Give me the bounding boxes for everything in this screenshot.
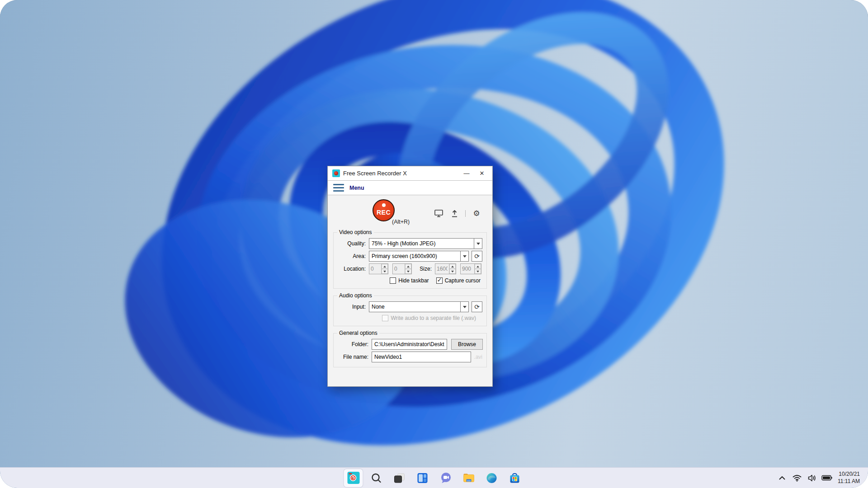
wav-label: Write audio to a separate file (.wav) xyxy=(391,315,476,321)
wav-checkbox-box xyxy=(382,315,388,321)
size-width-down-icon[interactable] xyxy=(449,269,456,274)
general-options-group: General options Folder: Browse File name… xyxy=(333,333,487,367)
volume-icon[interactable] xyxy=(806,469,818,487)
record-button[interactable]: REC xyxy=(373,199,395,221)
menu-button[interactable]: Menu xyxy=(349,185,364,191)
refresh-icon: ⟳ xyxy=(474,303,480,310)
area-label: Area: xyxy=(338,253,366,259)
hide-taskbar-checkbox-box xyxy=(390,277,396,284)
edge-icon xyxy=(486,472,498,484)
location-y-spinner[interactable] xyxy=(392,263,412,274)
location-size-row: Location: Size: xyxy=(338,263,482,274)
quality-dropdown-arrow-icon[interactable] xyxy=(474,239,482,249)
area-row: Area: Primary screen (1600x900) ⟳ xyxy=(338,251,482,262)
location-x-spinner[interactable] xyxy=(369,263,388,274)
audio-options-label: Audio options xyxy=(337,292,374,299)
audio-input-row: Input: None ⟳ xyxy=(338,301,482,312)
taskbar-task-view-button[interactable] xyxy=(390,469,409,487)
close-button[interactable]: ✕ xyxy=(474,167,490,179)
app-icon xyxy=(332,169,340,177)
audio-input-value: None xyxy=(369,304,460,310)
record-dot-icon xyxy=(382,203,386,207)
location-x-input[interactable] xyxy=(369,264,381,274)
browse-button[interactable]: Browse xyxy=(451,339,483,350)
filename-label: File name: xyxy=(338,354,368,360)
input-label: Input: xyxy=(338,304,366,310)
taskbar-chat-button[interactable] xyxy=(436,469,455,487)
clock[interactable]: 10/20/21 11:11 AM xyxy=(836,471,863,485)
file-explorer-icon xyxy=(462,472,475,484)
size-height-down-icon[interactable] xyxy=(475,269,481,274)
area-dropdown[interactable]: Primary screen (1600x900) xyxy=(369,251,469,262)
filename-input[interactable] xyxy=(372,352,471,362)
size-height-up-icon[interactable] xyxy=(475,264,481,269)
taskbar-widgets-button[interactable] xyxy=(413,469,432,487)
monitor-icon[interactable] xyxy=(434,209,443,218)
battery-icon[interactable] xyxy=(821,469,833,487)
close-icon: ✕ xyxy=(480,170,485,177)
chat-icon xyxy=(439,472,452,484)
folder-label: Folder: xyxy=(338,341,368,347)
video-options-group: Video options Quality: 75% - High (Motio… xyxy=(333,232,487,289)
size-height-spinner[interactable] xyxy=(460,263,481,274)
quality-value: 75% - High (Motion JPEG) xyxy=(369,240,474,247)
clock-time: 11:11 AM xyxy=(838,478,860,485)
hamburger-icon[interactable] xyxy=(333,184,344,192)
menu-bar: Menu xyxy=(328,180,492,195)
audio-input-dropdown-arrow-icon[interactable] xyxy=(460,302,468,312)
window-title: Free Screen Recorder X xyxy=(343,170,459,177)
taskbar-store-button[interactable] xyxy=(505,469,524,487)
wav-checkbox: Write audio to a separate file (.wav) xyxy=(382,315,476,321)
location-label: Location: xyxy=(338,266,366,272)
filename-row: File name: .avi xyxy=(338,352,482,362)
wav-row: Write audio to a separate file (.wav) xyxy=(338,315,482,321)
record-section: REC (Alt+R) ⚙ xyxy=(328,195,492,229)
area-value: Primary screen (1600x900) xyxy=(369,253,460,259)
taskbar: 10/20/21 11:11 AM xyxy=(0,467,868,488)
video-checkbox-row: Hide taskbar Capture cursor xyxy=(338,277,482,284)
toolbar-separator xyxy=(465,210,466,217)
tray-chevron-up-icon[interactable] xyxy=(776,469,788,487)
video-options-label: Video options xyxy=(337,229,374,235)
location-y-down-icon[interactable] xyxy=(405,269,411,274)
audio-input-dropdown[interactable]: None xyxy=(369,301,469,312)
quality-row: Quality: 75% - High (Motion JPEG) xyxy=(338,238,482,249)
clock-date: 10/20/21 xyxy=(838,471,860,478)
taskbar-icons xyxy=(344,469,524,487)
audio-refresh-button[interactable]: ⟳ xyxy=(472,301,482,312)
title-bar: Free Screen Recorder X — ✕ xyxy=(328,166,492,180)
size-width-up-icon[interactable] xyxy=(449,264,456,269)
location-y-up-icon[interactable] xyxy=(405,264,411,269)
upload-icon[interactable] xyxy=(449,209,459,218)
store-icon xyxy=(509,472,521,484)
area-dropdown-arrow-icon[interactable] xyxy=(460,251,468,261)
area-refresh-button[interactable]: ⟳ xyxy=(472,251,482,262)
record-toolbar: ⚙ xyxy=(434,209,481,218)
desktop-screen: Free Screen Recorder X — ✕ Menu REC (Alt… xyxy=(0,0,868,488)
location-x-down-icon[interactable] xyxy=(382,269,388,274)
quality-label: Quality: xyxy=(338,240,366,247)
settings-gear-icon[interactable]: ⚙ xyxy=(472,209,481,218)
folder-input[interactable] xyxy=(372,339,447,350)
capture-cursor-checkbox[interactable]: Capture cursor xyxy=(436,277,481,284)
location-x-up-icon[interactable] xyxy=(382,264,388,269)
hide-taskbar-checkbox[interactable]: Hide taskbar xyxy=(390,277,429,284)
size-label: Size: xyxy=(412,266,432,272)
size-height-input[interactable] xyxy=(461,264,474,274)
size-width-spinner[interactable] xyxy=(435,263,456,274)
audio-options-group: Audio options Input: None ⟳ Write audio … xyxy=(333,296,487,326)
capture-cursor-checkbox-box xyxy=(436,277,443,284)
taskbar-screen-recorder-button[interactable] xyxy=(344,469,363,487)
minimize-button[interactable]: — xyxy=(459,167,474,179)
hide-taskbar-label: Hide taskbar xyxy=(398,277,429,284)
quality-dropdown[interactable]: 75% - High (Motion JPEG) xyxy=(369,238,482,249)
taskbar-file-explorer-button[interactable] xyxy=(459,469,478,487)
location-y-input[interactable] xyxy=(393,264,405,274)
size-width-input[interactable] xyxy=(435,264,449,274)
general-options-label: General options xyxy=(337,330,379,336)
wifi-icon[interactable] xyxy=(791,469,803,487)
minimize-icon: — xyxy=(464,170,470,177)
search-icon xyxy=(371,472,382,484)
taskbar-search-button[interactable] xyxy=(367,469,386,487)
taskbar-edge-button[interactable] xyxy=(482,469,501,487)
